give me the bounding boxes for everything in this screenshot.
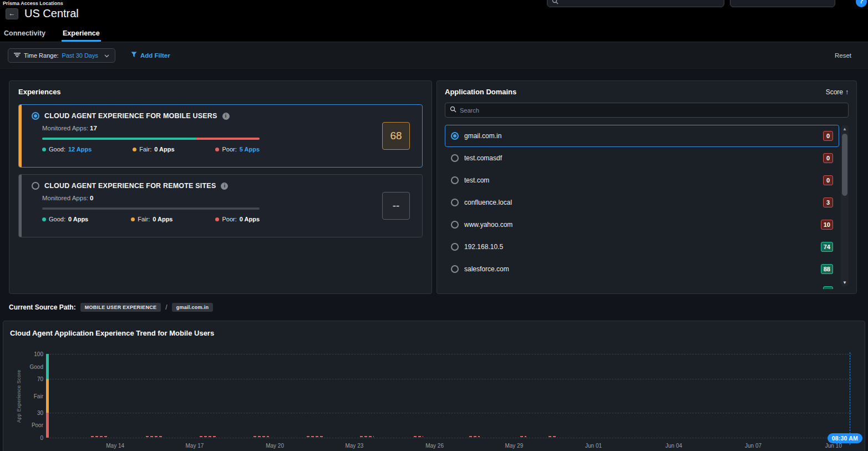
- experience-score: 68: [382, 122, 410, 150]
- info-icon[interactable]: i: [222, 113, 230, 120]
- experience-card-mobile-users[interactable]: CLOUD AGENT EXPERIENCE FOR MOBILE USERS …: [18, 104, 423, 168]
- stat-label: Good:: [49, 216, 65, 222]
- stat-value: 0 Apps: [153, 216, 172, 222]
- experience-radio[interactable]: [32, 112, 39, 120]
- gridline: [49, 354, 852, 354]
- gridline: [49, 413, 852, 413]
- x-tick-label: May 29: [505, 443, 523, 449]
- domain-name: salesforce.com: [464, 265, 815, 273]
- stat-value: 0 Apps: [240, 216, 260, 222]
- x-tick-label: Jun 04: [666, 443, 682, 449]
- screen: Prisma Access Locations ← US Central ? C…: [0, 0, 868, 451]
- band-poor: [46, 413, 49, 438]
- filter-bar: Time Range: Past 30 Days Add Filter Rese…: [0, 42, 868, 69]
- source-path-segment-domain[interactable]: gmail.com.in: [172, 303, 214, 312]
- scroll-up-icon[interactable]: ▲: [841, 126, 849, 131]
- trend-series-segment: [200, 436, 216, 437]
- good-stat: Good:0 Apps: [42, 216, 88, 222]
- domain-radio-button[interactable]: [451, 265, 459, 273]
- domain-row[interactable]: salesforce.com88: [445, 258, 839, 280]
- stat-value[interactable]: 5 Apps: [240, 146, 260, 153]
- trend-series-segment: [414, 436, 423, 437]
- domain-row[interactable]: confluence.local3: [445, 191, 839, 214]
- trend-title: Cloud Agent Application Experience Trend…: [10, 329, 858, 337]
- application-domains-panel: Application Domains Score ↑ gmail.com.in…: [436, 80, 857, 294]
- y-tick-label: Poor: [32, 422, 43, 428]
- domain-search-input[interactable]: [460, 107, 844, 114]
- domain-score-badge: 88: [821, 264, 833, 274]
- scrollbar-thumb[interactable]: [842, 134, 847, 196]
- domain-row-partial: [445, 280, 839, 289]
- back-button[interactable]: ←: [6, 8, 18, 19]
- x-tick-label: Jun 07: [745, 443, 762, 449]
- poor-bar-segment: [196, 138, 260, 140]
- sort-label: Score: [826, 88, 843, 96]
- experiences-panel: Experiences CLOUD AGENT EXPERIENCE FOR M…: [9, 80, 432, 294]
- experiences-title: Experiences: [18, 88, 423, 96]
- domain-radio-button[interactable]: [451, 199, 459, 206]
- scroll-down-icon[interactable]: ▼: [841, 280, 849, 285]
- back-arrow-icon: ←: [9, 9, 16, 17]
- domain-list-scrollbar[interactable]: ▲ ▼: [841, 125, 849, 287]
- poor-stat: Poor:0 Apps: [215, 216, 260, 222]
- time-range-filter[interactable]: Time Range: Past 30 Days: [8, 48, 115, 63]
- x-tick-label: May 20: [266, 443, 284, 449]
- add-filter-button[interactable]: Add Filter: [131, 52, 170, 59]
- tab-connectivity[interactable]: Connectivity: [3, 27, 47, 42]
- domain-name: test.comasdf: [464, 154, 818, 162]
- domain-row[interactable]: test.comasdf0: [445, 147, 839, 169]
- domain-row[interactable]: www.yahoo.com10: [445, 214, 839, 236]
- stat-value[interactable]: 12 Apps: [68, 146, 92, 153]
- help-icon[interactable]: ?: [856, 0, 867, 7]
- trend-series-segment: [146, 436, 163, 437]
- global-search-input[interactable]: [547, 0, 724, 7]
- domain-row[interactable]: gmail.com.in0: [445, 125, 839, 147]
- domain-name: gmail.com.in: [464, 132, 818, 140]
- good-dot-icon: [42, 148, 46, 151]
- apps-distribution-bar: [42, 207, 260, 210]
- time-range-value: Past 30 Days: [62, 52, 98, 59]
- monitored-apps-label: Monitored Apps:: [42, 125, 88, 131]
- apps-legend: Good:0 Apps Fair:0 Apps Poor:0 Apps: [42, 216, 260, 222]
- apps-distribution-bar: [42, 138, 260, 140]
- topbar-dropdown[interactable]: [730, 0, 835, 7]
- tab-experience[interactable]: Experience: [62, 27, 101, 42]
- fair-stat: Fair:0 Apps: [131, 216, 172, 222]
- info-icon[interactable]: i: [221, 183, 228, 190]
- gridline: [49, 379, 852, 379]
- source-path-label: Current Source Path:: [9, 303, 76, 311]
- x-tick-label: May 23: [345, 443, 363, 449]
- stat-label: Poor:: [222, 216, 236, 222]
- domain-radio-button[interactable]: [451, 132, 459, 140]
- score-sort-button[interactable]: Score ↑: [826, 88, 849, 96]
- experience-card-remote-sites[interactable]: CLOUD AGENT EXPERIENCE FOR REMOTE SITES …: [18, 174, 423, 237]
- x-tick-label: May 14: [106, 443, 124, 449]
- domain-score-badge: 3: [823, 197, 833, 207]
- domain-radio-button[interactable]: [451, 221, 459, 229]
- domain-radio-button[interactable]: [451, 154, 459, 162]
- domain-list: gmail.com.in0test.comasdf0test.com0confl…: [445, 125, 839, 289]
- y-tick-label: Fair: [34, 393, 43, 399]
- band-fair: [46, 379, 49, 412]
- apps-legend: Good:12 Apps Fair:0 Apps Poor:5 Apps: [42, 146, 260, 153]
- domain-name: www.yahoo.com: [464, 221, 815, 229]
- experience-score: --: [382, 192, 410, 220]
- experience-radio[interactable]: [32, 182, 39, 190]
- x-tick-label: Jun 10: [825, 443, 842, 449]
- domain-radio-button[interactable]: [451, 176, 459, 184]
- domain-search-box[interactable]: [445, 103, 849, 118]
- stat-value: 0 Apps: [154, 146, 174, 153]
- domain-row[interactable]: 192.168.10.574: [445, 236, 839, 258]
- trend-series-segment: [307, 436, 323, 437]
- monitored-apps: Monitored Apps:17: [42, 125, 422, 131]
- domain-radio-button[interactable]: [451, 243, 459, 251]
- stat-label: Poor:: [222, 146, 236, 153]
- y-tick-label: 0: [40, 435, 43, 441]
- y-tick-label: 30: [37, 409, 43, 415]
- trend-plot: May 14May 17May 20May 23May 26May 29Jun …: [49, 354, 852, 438]
- source-path-segment-experience[interactable]: MOBILE USER EXPERIENCE: [80, 303, 161, 312]
- reset-button[interactable]: Reset: [835, 52, 851, 59]
- x-tick-label: Jun 01: [585, 443, 602, 449]
- y-axis-ticks: 100Good70Fair30Poor0: [3, 354, 43, 438]
- domain-row[interactable]: test.com0: [445, 169, 839, 191]
